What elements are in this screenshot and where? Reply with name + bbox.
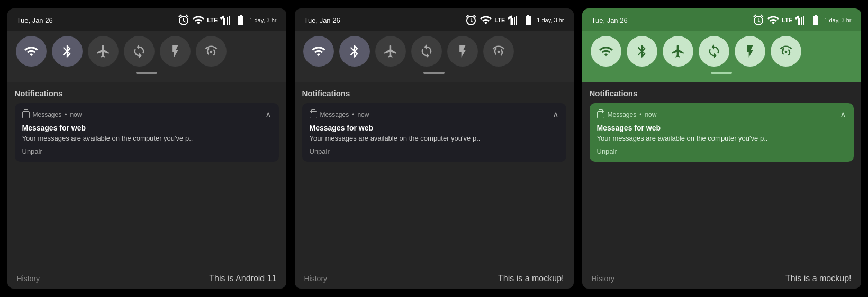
qs-flashlight-btn-2[interactable] [447, 36, 478, 67]
notif-title-3: Messages for web [597, 124, 846, 132]
qs-handle-3 [711, 72, 732, 74]
battery-label-3: 1 day, 3 hr [824, 17, 851, 23]
qs-bluetooth-btn-2[interactable] [339, 36, 370, 67]
notif-app-info-2: Messages • now [310, 111, 369, 118]
alarm-icon-2 [465, 14, 477, 26]
qs-bluetooth-btn-3[interactable] [627, 36, 657, 67]
bottom-bar-1: History This is Android 11 [7, 271, 286, 289]
battery-icon-1 [234, 14, 247, 26]
status-icons-1: LTE ⏰ ▼ LTE ▲ 🔋 1 day, 3 hr 1 day, 3 hr [177, 14, 276, 26]
qs-flashlight-btn-3[interactable] [735, 36, 765, 67]
signal-icon-1 [220, 14, 232, 26]
qs-sync-btn-2[interactable] [411, 36, 442, 67]
notifications-area-3: Notifications Messages • now ∧ Messages … [582, 82, 861, 271]
notif-action-2[interactable]: Unpair [310, 147, 559, 155]
notif-body-1: Your messages are available on the compu… [22, 134, 272, 142]
qs-airplane-btn-1[interactable] [88, 36, 119, 67]
notif-title-1: Messages for web [22, 124, 272, 132]
notifications-label-1: Notifications [15, 89, 279, 98]
caption-2: This is a mockup! [498, 274, 564, 283]
quick-settings-3 [582, 31, 861, 82]
notif-chevron-2[interactable]: ∧ [553, 109, 559, 119]
notif-dot-2: • [352, 111, 354, 118]
notif-chevron-3[interactable]: ∧ [840, 109, 846, 119]
notif-chevron-1[interactable]: ∧ [265, 109, 272, 119]
battery-label-2: 1 day, 3 hr [537, 17, 564, 23]
battery-icon-2 [522, 14, 535, 26]
battery-icon-3 [809, 14, 822, 26]
qs-airplane-btn-2[interactable] [375, 36, 406, 67]
qs-sync-btn-3[interactable] [699, 36, 729, 67]
qs-flashlight-btn-1[interactable] [160, 36, 191, 67]
history-label-2[interactable]: History [304, 274, 328, 283]
wifi-icon-3 [767, 14, 780, 26]
history-label-1[interactable]: History [17, 274, 40, 283]
notif-time-1: now [70, 111, 82, 118]
notif-time-2: now [357, 111, 369, 118]
notif-title-2: Messages for web [310, 124, 559, 132]
lte-text-3: LTE [782, 17, 792, 23]
notif-body-2: Your messages are available on the compu… [310, 134, 559, 142]
notif-app-icon-3 [597, 111, 604, 118]
history-label-3[interactable]: History [592, 274, 615, 283]
notif-action-1[interactable]: Unpair [22, 147, 272, 155]
qs-sync-btn-1[interactable] [124, 36, 155, 67]
status-bar-3: Tue, Jan 26 LTE 1 day, 3 hr [582, 8, 861, 31]
lte-text-1: LTE [207, 17, 218, 23]
phone-panel-3: Tue, Jan 26 LTE 1 day, 3 hr [582, 8, 861, 289]
notif-action-3[interactable]: Unpair [597, 147, 846, 155]
wifi-icon-2 [480, 14, 492, 26]
qs-wifi-btn-1[interactable] [16, 36, 47, 67]
notif-app-info-3: Messages • now [597, 111, 657, 118]
qs-hotspot-btn-2[interactable] [483, 36, 514, 67]
qs-hotspot-btn-1[interactable] [196, 36, 227, 67]
alarm-icon-3 [752, 14, 765, 26]
notif-card-1: Messages • now ∧ Messages for web Your m… [15, 103, 279, 162]
notifications-area-2: Notifications Messages • now ∧ Messages … [295, 82, 574, 271]
status-bar-2: Tue, Jan 26 LTE 1 day, 3 hr [295, 8, 574, 31]
lte-text-2: LTE [494, 17, 505, 23]
signal-icon-2 [507, 14, 520, 26]
status-date-3: Tue, Jan 26 [592, 16, 628, 24]
notif-card-3: Messages • now ∧ Messages for web Your m… [590, 103, 854, 162]
notif-dot-3: • [639, 111, 641, 118]
qs-wifi-btn-2[interactable] [303, 36, 334, 67]
wifi-icon-1 [192, 14, 205, 26]
quick-settings-2 [295, 31, 574, 82]
notif-header-3: Messages • now ∧ [597, 109, 846, 119]
notif-app-icon-1 [22, 111, 30, 118]
notif-app-name-1: Messages [33, 111, 62, 118]
bottom-bar-3: History This is a mockup! [582, 271, 861, 289]
phone-panel-1: Tue, Jan 26 LTE ⏰ ▼ LTE ▲ 🔋 1 day, 3 hr … [7, 8, 286, 289]
qs-icons-3 [591, 36, 853, 67]
notif-header-2: Messages • now ∧ [310, 109, 559, 119]
phone-panel-2: Tue, Jan 26 LTE 1 day, 3 hr [295, 8, 574, 289]
status-date-1: Tue, Jan 26 [17, 16, 53, 24]
notif-header-1: Messages • now ∧ [22, 109, 272, 119]
caption-1: This is Android 11 [209, 274, 276, 283]
bottom-bar-2: History This is a mockup! [295, 271, 574, 289]
notif-time-3: now [645, 111, 656, 118]
notif-app-name-3: Messages [608, 111, 637, 118]
notif-body-3: Your messages are available on the compu… [597, 134, 846, 142]
qs-airplane-btn-3[interactable] [663, 36, 693, 67]
signal-icon-3 [794, 14, 807, 26]
status-bar-1: Tue, Jan 26 LTE ⏰ ▼ LTE ▲ 🔋 1 day, 3 hr … [7, 8, 286, 31]
status-icons-3: LTE 1 day, 3 hr [752, 14, 851, 26]
notifications-label-2: Notifications [302, 89, 566, 98]
notif-app-icon-2 [310, 111, 317, 118]
battery-label-1: 1 day, 3 hr [249, 17, 276, 23]
notifications-area-1: Notifications Messages • now ∧ Messages … [7, 82, 286, 271]
qs-hotspot-btn-3[interactable] [771, 36, 801, 67]
qs-icons-2 [303, 36, 565, 67]
qs-handle-1 [136, 72, 157, 74]
status-date-2: Tue, Jan 26 [304, 16, 340, 24]
qs-wifi-btn-3[interactable] [591, 36, 621, 67]
notifications-label-3: Notifications [590, 89, 854, 98]
caption-3: This is a mockup! [785, 274, 851, 283]
qs-icons-1 [16, 36, 278, 67]
qs-handle-2 [423, 72, 445, 74]
qs-bluetooth-btn-1[interactable] [52, 36, 83, 67]
alarm-icon [177, 14, 190, 26]
status-icons-2: LTE 1 day, 3 hr [465, 14, 564, 26]
